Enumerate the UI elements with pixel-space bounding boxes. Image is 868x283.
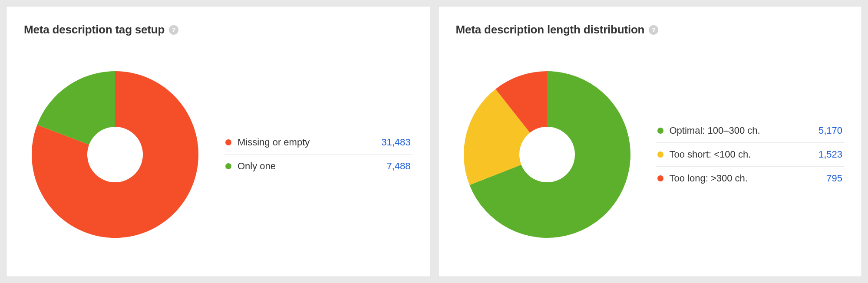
legend-label: Missing or empty [238, 137, 375, 148]
legend-dot-icon [657, 151, 663, 158]
legend: Missing or empty31,483Only one7,488 [224, 131, 413, 178]
chart-container [456, 68, 638, 241]
help-icon[interactable]: ? [649, 25, 658, 35]
legend-dot-icon [225, 139, 231, 145]
chart-container [24, 68, 206, 241]
card-header: Meta description length distribution ? [456, 23, 845, 36]
legend-label: Optimal: 100–300 ch. [670, 125, 812, 136]
legend-value[interactable]: 5,170 [818, 125, 842, 136]
legend-label: Only one [238, 161, 380, 172]
legend-value[interactable]: 795 [826, 173, 842, 184]
legend-label: Too short: <100 ch. [670, 149, 812, 160]
card-meta-description-tag-setup: Meta description tag setup ? Missing or … [6, 6, 430, 277]
legend-item[interactable]: Optimal: 100–300 ch.5,170 [656, 119, 845, 143]
legend-dot-icon [657, 128, 663, 134]
legend-item[interactable]: Only one7,488 [224, 155, 413, 178]
legend-dot-icon [225, 163, 231, 169]
legend-value[interactable]: 1,523 [818, 149, 842, 160]
legend-item[interactable]: Too short: <100 ch.1,523 [656, 143, 845, 167]
legend-item[interactable]: Too long: >300 ch.795 [656, 167, 845, 190]
card-title: Meta description length distribution [456, 23, 645, 36]
legend-label: Too long: >300 ch. [670, 173, 821, 184]
donut-chart [28, 68, 202, 241]
card-body: Missing or empty31,483Only one7,488 [24, 45, 413, 263]
card-body: Optimal: 100–300 ch.5,170Too short: <100… [456, 45, 845, 263]
legend-dot-icon [657, 175, 663, 181]
donut-chart [460, 68, 634, 241]
legend-value[interactable]: 31,483 [381, 137, 410, 148]
card-header: Meta description tag setup ? [24, 23, 413, 36]
card-meta-description-length-distribution: Meta description length distribution ? O… [438, 6, 862, 277]
legend-item[interactable]: Missing or empty31,483 [224, 131, 413, 155]
legend: Optimal: 100–300 ch.5,170Too short: <100… [656, 119, 845, 190]
legend-value[interactable]: 7,488 [386, 161, 410, 172]
card-title: Meta description tag setup [24, 23, 165, 36]
help-icon[interactable]: ? [169, 25, 178, 35]
